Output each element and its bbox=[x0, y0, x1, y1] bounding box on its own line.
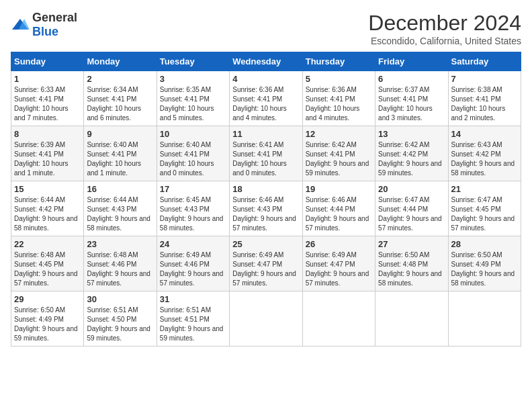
day-number: 11 bbox=[232, 129, 299, 139]
week-row-4: 22 Sunrise: 6:48 AM Sunset: 4:45 PM Dayl… bbox=[11, 236, 521, 291]
day-number: 30 bbox=[87, 294, 153, 304]
day-cell: 18 Sunrise: 6:46 AM Sunset: 4:43 PM Dayl… bbox=[230, 181, 302, 236]
day-info: Sunrise: 6:49 AM Sunset: 4:47 PM Dayligh… bbox=[232, 250, 299, 288]
day-number: 23 bbox=[87, 239, 153, 249]
day-cell: 8 Sunrise: 6:39 AM Sunset: 4:41 PM Dayli… bbox=[11, 126, 84, 181]
day-cell: 23 Sunrise: 6:48 AM Sunset: 4:46 PM Dayl… bbox=[84, 236, 157, 291]
day-cell: 22 Sunrise: 6:48 AM Sunset: 4:45 PM Dayl… bbox=[11, 236, 84, 291]
day-info: Sunrise: 6:40 AM Sunset: 4:41 PM Dayligh… bbox=[160, 140, 226, 178]
day-info: Sunrise: 6:51 AM Sunset: 4:51 PM Dayligh… bbox=[160, 306, 226, 343]
logo-blue: Blue bbox=[32, 25, 58, 38]
day-info: Sunrise: 6:47 AM Sunset: 4:45 PM Dayligh… bbox=[451, 195, 518, 233]
day-number: 14 bbox=[451, 129, 518, 139]
day-cell: 15 Sunrise: 6:44 AM Sunset: 4:42 PM Dayl… bbox=[11, 181, 84, 236]
day-cell: 3 Sunrise: 6:35 AM Sunset: 4:41 PM Dayli… bbox=[157, 71, 229, 126]
day-number: 21 bbox=[451, 184, 518, 194]
dow-header-monday: Monday bbox=[84, 52, 157, 71]
day-info: Sunrise: 6:48 AM Sunset: 4:45 PM Dayligh… bbox=[14, 250, 81, 288]
calendar-table: SundayMondayTuesdayWednesdayThursdayFrid… bbox=[11, 52, 521, 347]
day-cell: 14 Sunrise: 6:43 AM Sunset: 4:42 PM Dayl… bbox=[448, 126, 521, 181]
week-row-3: 15 Sunrise: 6:44 AM Sunset: 4:42 PM Dayl… bbox=[11, 181, 521, 236]
day-cell: 4 Sunrise: 6:36 AM Sunset: 4:41 PM Dayli… bbox=[230, 71, 302, 126]
day-number: 4 bbox=[232, 74, 299, 84]
day-info: Sunrise: 6:40 AM Sunset: 4:41 PM Dayligh… bbox=[87, 140, 153, 178]
day-number: 10 bbox=[160, 129, 226, 139]
day-cell bbox=[448, 291, 521, 347]
day-cell: 24 Sunrise: 6:49 AM Sunset: 4:46 PM Dayl… bbox=[157, 236, 229, 291]
day-info: Sunrise: 6:49 AM Sunset: 4:46 PM Dayligh… bbox=[160, 250, 226, 288]
day-cell: 1 Sunrise: 6:33 AM Sunset: 4:41 PM Dayli… bbox=[11, 71, 84, 126]
day-cell: 13 Sunrise: 6:42 AM Sunset: 4:42 PM Dayl… bbox=[375, 126, 448, 181]
day-info: Sunrise: 6:47 AM Sunset: 4:44 PM Dayligh… bbox=[378, 195, 445, 233]
day-cell bbox=[302, 291, 375, 347]
dow-header-saturday: Saturday bbox=[448, 52, 521, 71]
day-number: 17 bbox=[160, 184, 226, 194]
dow-header-thursday: Thursday bbox=[302, 52, 375, 71]
week-row-5: 29 Sunrise: 6:50 AM Sunset: 4:49 PM Dayl… bbox=[11, 291, 521, 347]
day-number: 13 bbox=[378, 129, 445, 139]
day-info: Sunrise: 6:43 AM Sunset: 4:42 PM Dayligh… bbox=[451, 140, 518, 178]
day-cell: 26 Sunrise: 6:49 AM Sunset: 4:47 PM Dayl… bbox=[302, 236, 375, 291]
logo-text: General Blue bbox=[32, 11, 77, 39]
day-number: 19 bbox=[306, 184, 372, 194]
day-number: 25 bbox=[232, 239, 299, 249]
day-number: 6 bbox=[378, 74, 445, 84]
day-cell: 2 Sunrise: 6:34 AM Sunset: 4:41 PM Dayli… bbox=[84, 71, 157, 126]
day-cell: 21 Sunrise: 6:47 AM Sunset: 4:45 PM Dayl… bbox=[448, 181, 521, 236]
day-cell: 9 Sunrise: 6:40 AM Sunset: 4:41 PM Dayli… bbox=[84, 126, 157, 181]
day-info: Sunrise: 6:41 AM Sunset: 4:41 PM Dayligh… bbox=[232, 140, 299, 178]
day-number: 28 bbox=[451, 239, 518, 249]
day-number: 15 bbox=[14, 184, 81, 194]
day-cell: 17 Sunrise: 6:45 AM Sunset: 4:43 PM Dayl… bbox=[157, 181, 229, 236]
day-cell: 27 Sunrise: 6:50 AM Sunset: 4:48 PM Dayl… bbox=[375, 236, 448, 291]
day-number: 29 bbox=[14, 294, 81, 304]
day-cell: 5 Sunrise: 6:36 AM Sunset: 4:41 PM Dayli… bbox=[302, 71, 375, 126]
day-cell: 7 Sunrise: 6:38 AM Sunset: 4:41 PM Dayli… bbox=[448, 71, 521, 126]
dow-header-sunday: Sunday bbox=[11, 52, 84, 71]
day-info: Sunrise: 6:34 AM Sunset: 4:41 PM Dayligh… bbox=[87, 85, 153, 123]
day-number: 5 bbox=[306, 74, 372, 84]
day-info: Sunrise: 6:46 AM Sunset: 4:43 PM Dayligh… bbox=[232, 195, 299, 233]
week-row-2: 8 Sunrise: 6:39 AM Sunset: 4:41 PM Dayli… bbox=[11, 126, 521, 181]
logo-general: General bbox=[32, 11, 77, 24]
day-info: Sunrise: 6:51 AM Sunset: 4:50 PM Dayligh… bbox=[87, 306, 153, 343]
day-info: Sunrise: 6:39 AM Sunset: 4:41 PM Dayligh… bbox=[14, 140, 81, 178]
day-number: 18 bbox=[232, 184, 299, 194]
day-info: Sunrise: 6:36 AM Sunset: 4:41 PM Dayligh… bbox=[232, 85, 299, 123]
day-cell: 19 Sunrise: 6:46 AM Sunset: 4:44 PM Dayl… bbox=[302, 181, 375, 236]
title-area: December 2024 Escondido, California, Uni… bbox=[368, 11, 521, 46]
day-number: 22 bbox=[14, 239, 81, 249]
day-info: Sunrise: 6:48 AM Sunset: 4:46 PM Dayligh… bbox=[87, 250, 153, 288]
day-info: Sunrise: 6:50 AM Sunset: 4:49 PM Dayligh… bbox=[14, 306, 81, 343]
logo: General Blue bbox=[11, 11, 77, 39]
week-row-1: 1 Sunrise: 6:33 AM Sunset: 4:41 PM Dayli… bbox=[11, 71, 521, 126]
day-info: Sunrise: 6:33 AM Sunset: 4:41 PM Dayligh… bbox=[14, 85, 81, 123]
day-number: 1 bbox=[14, 74, 81, 84]
day-info: Sunrise: 6:44 AM Sunset: 4:42 PM Dayligh… bbox=[14, 195, 81, 233]
day-cell: 28 Sunrise: 6:50 AM Sunset: 4:49 PM Dayl… bbox=[448, 236, 521, 291]
day-info: Sunrise: 6:38 AM Sunset: 4:41 PM Dayligh… bbox=[451, 85, 518, 123]
day-cell: 12 Sunrise: 6:42 AM Sunset: 4:41 PM Dayl… bbox=[302, 126, 375, 181]
day-info: Sunrise: 6:50 AM Sunset: 4:49 PM Dayligh… bbox=[451, 250, 518, 288]
main-title: December 2024 bbox=[368, 11, 521, 36]
header-row: SundayMondayTuesdayWednesdayThursdayFrid… bbox=[11, 52, 521, 71]
day-number: 24 bbox=[160, 239, 226, 249]
day-number: 20 bbox=[378, 184, 445, 194]
day-info: Sunrise: 6:35 AM Sunset: 4:41 PM Dayligh… bbox=[160, 85, 226, 123]
day-info: Sunrise: 6:42 AM Sunset: 4:42 PM Dayligh… bbox=[378, 140, 445, 178]
day-cell: 6 Sunrise: 6:37 AM Sunset: 4:41 PM Dayli… bbox=[375, 71, 448, 126]
day-cell: 10 Sunrise: 6:40 AM Sunset: 4:41 PM Dayl… bbox=[157, 126, 229, 181]
day-info: Sunrise: 6:44 AM Sunset: 4:43 PM Dayligh… bbox=[87, 195, 153, 233]
subtitle: Escondido, California, United States bbox=[368, 36, 521, 46]
day-cell: 30 Sunrise: 6:51 AM Sunset: 4:50 PM Dayl… bbox=[84, 291, 157, 347]
day-number: 7 bbox=[451, 74, 518, 84]
day-cell: 25 Sunrise: 6:49 AM Sunset: 4:47 PM Dayl… bbox=[230, 236, 302, 291]
day-cell: 20 Sunrise: 6:47 AM Sunset: 4:44 PM Dayl… bbox=[375, 181, 448, 236]
day-info: Sunrise: 6:49 AM Sunset: 4:47 PM Dayligh… bbox=[306, 250, 372, 288]
day-number: 16 bbox=[87, 184, 153, 194]
day-number: 3 bbox=[160, 74, 226, 84]
day-cell: 16 Sunrise: 6:44 AM Sunset: 4:43 PM Dayl… bbox=[84, 181, 157, 236]
day-cell: 29 Sunrise: 6:50 AM Sunset: 4:49 PM Dayl… bbox=[11, 291, 84, 347]
day-info: Sunrise: 6:42 AM Sunset: 4:41 PM Dayligh… bbox=[306, 140, 372, 178]
day-number: 27 bbox=[378, 239, 445, 249]
